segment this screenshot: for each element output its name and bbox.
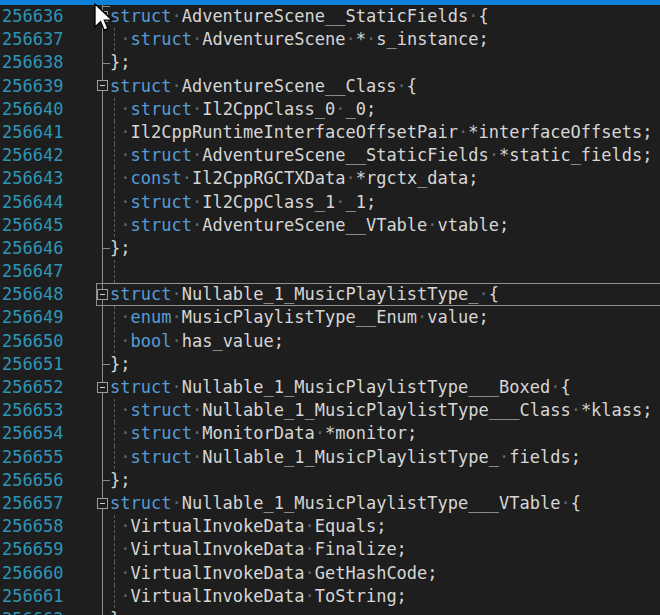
fold-margin-cell: [96, 306, 110, 329]
line-number[interactable]: 256651: [0, 353, 96, 376]
whitespace-dot: ·: [345, 168, 355, 188]
identifier-token: Finalize;: [315, 539, 407, 559]
code-line[interactable]: 256640 ·struct·Il2CppClass_0·_0;: [0, 98, 660, 121]
code-line[interactable]: 256646};: [0, 237, 660, 260]
fold-collapse-icon[interactable]: [97, 498, 108, 509]
line-number[interactable]: 256650: [0, 330, 96, 353]
line-number[interactable]: 256661: [0, 585, 96, 608]
whitespace-dot: ·: [110, 99, 130, 119]
line-number[interactable]: 256644: [0, 191, 96, 214]
keyword-token: enum: [130, 307, 171, 327]
line-number[interactable]: 256642: [0, 144, 96, 167]
code-line[interactable]: 256639struct·AdventureScene__Class·{: [0, 75, 660, 98]
code-editor[interactable]: 256636struct·AdventureScene__StaticField…: [0, 0, 660, 615]
whitespace-dot: ·: [345, 29, 355, 49]
whitespace-dot: ·: [458, 122, 468, 142]
code-line[interactable]: 256643 ·const·Il2CppRGCTXData·*rgctx_dat…: [0, 167, 660, 190]
line-number[interactable]: 256649: [0, 306, 96, 329]
line-number[interactable]: 256654: [0, 422, 96, 445]
code-text: };: [110, 51, 660, 74]
code-line[interactable]: 256642 ·struct·AdventureScene__StaticFie…: [0, 144, 660, 167]
whitespace-dot: ·: [192, 215, 202, 235]
keyword-token: struct: [110, 377, 171, 397]
line-number[interactable]: 256641: [0, 121, 96, 144]
identifier-token: VirtualInvokeData: [130, 516, 304, 536]
line-number[interactable]: 256643: [0, 167, 96, 190]
whitespace-dot: ·: [335, 192, 345, 212]
line-number[interactable]: 256646: [0, 237, 96, 260]
identifier-token: *: [356, 29, 366, 49]
line-number[interactable]: 256636: [0, 5, 96, 28]
identifier-token: VirtualInvokeData: [130, 586, 304, 606]
code-line[interactable]: 256641 ·Il2CppRuntimeInterfaceOffsetPair…: [0, 121, 660, 144]
keyword-token: struct: [110, 6, 171, 26]
identifier-token: };: [110, 354, 130, 374]
code-line[interactable]: 256648struct·Nullable_1_MusicPlaylistTyp…: [0, 283, 660, 306]
line-number[interactable]: 256655: [0, 446, 96, 469]
identifier-token: _1;: [345, 192, 376, 212]
line-number[interactable]: 256645: [0, 214, 96, 237]
code-line[interactable]: 256661 ·VirtualInvokeData·ToString;: [0, 585, 660, 608]
keyword-token: struct: [130, 99, 191, 119]
fold-margin-cell: [96, 51, 110, 74]
keyword-token: struct: [130, 400, 191, 420]
identifier-token: {: [479, 6, 489, 26]
fold-margin-cell: [96, 260, 110, 283]
whitespace-dot: ·: [192, 423, 202, 443]
whitespace-dot: ·: [397, 76, 407, 96]
identifier-token: };: [110, 238, 130, 258]
line-number[interactable]: 256657: [0, 492, 96, 515]
line-number[interactable]: 256647: [0, 260, 96, 283]
code-line[interactable]: 256659 ·VirtualInvokeData·Finalize;: [0, 538, 660, 561]
line-number[interactable]: 256659: [0, 538, 96, 561]
fold-collapse-icon[interactable]: [97, 289, 108, 300]
fold-margin-cell: [96, 608, 110, 615]
whitespace-dot: ·: [192, 447, 202, 467]
code-line[interactable]: 256653 ·struct·Nullable_1_MusicPlaylistT…: [0, 399, 660, 422]
line-number[interactable]: 256652: [0, 376, 96, 399]
line-number[interactable]: 256637: [0, 28, 96, 51]
identifier-token: Nullable_1_MusicPlaylistType___Class: [202, 400, 570, 420]
whitespace-dot: ·: [110, 447, 130, 467]
line-number[interactable]: 256662: [0, 608, 96, 615]
code-text: struct·Nullable_1_MusicPlaylistType_·{: [110, 283, 660, 306]
keyword-token: struct: [130, 447, 191, 467]
fold-collapse-icon[interactable]: [97, 382, 108, 393]
identifier-token: {: [489, 284, 499, 304]
whitespace-dot: ·: [110, 563, 130, 583]
line-number[interactable]: 256656: [0, 469, 96, 492]
line-number[interactable]: 256653: [0, 399, 96, 422]
line-number[interactable]: 256660: [0, 562, 96, 585]
line-number[interactable]: 256640: [0, 98, 96, 121]
whitespace-dot: ·: [110, 307, 130, 327]
code-line[interactable]: 256656};: [0, 469, 660, 492]
code-line[interactable]: 256650 ·bool·has_value;: [0, 330, 660, 353]
fold-collapse-icon[interactable]: [97, 80, 108, 91]
code-line[interactable]: 256645 ·struct·AdventureScene__VTable·vt…: [0, 214, 660, 237]
code-line[interactable]: 256651};: [0, 353, 660, 376]
whitespace-dot: ·: [192, 145, 202, 165]
line-number[interactable]: 256648: [0, 283, 96, 306]
code-line[interactable]: 256654 ·struct·MonitorData·*monitor;: [0, 422, 660, 445]
code-line[interactable]: 256649 ·enum·MusicPlaylistType__Enum·val…: [0, 306, 660, 329]
whitespace-dot: ·: [304, 516, 314, 536]
code-text: ·struct·Nullable_1_MusicPlaylistType___C…: [110, 399, 660, 422]
code-line[interactable]: 256652struct·Nullable_1_MusicPlaylistTyp…: [0, 376, 660, 399]
code-line[interactable]: 256644 ·struct·Il2CppClass_1·_1;: [0, 191, 660, 214]
line-number[interactable]: 256638: [0, 51, 96, 74]
code-line[interactable]: 256660 ·VirtualInvokeData·GetHashCode;: [0, 562, 660, 585]
identifier-token: AdventureScene: [202, 29, 345, 49]
code-line[interactable]: 256638};: [0, 51, 660, 74]
code-lines[interactable]: 256636struct·AdventureScene__StaticField…: [0, 5, 660, 615]
identifier-token: Nullable_1_MusicPlaylistType___Boxed: [182, 377, 550, 397]
whitespace-dot: ·: [427, 215, 437, 235]
line-number[interactable]: 256639: [0, 75, 96, 98]
keyword-token: bool: [130, 331, 171, 351]
code-line[interactable]: 256658 ·VirtualInvokeData·Equals;: [0, 515, 660, 538]
line-number[interactable]: 256658: [0, 515, 96, 538]
code-line[interactable]: 256657struct·Nullable_1_MusicPlaylistTyp…: [0, 492, 660, 515]
code-line[interactable]: 256662};: [0, 608, 660, 615]
identifier-token: VirtualInvokeData: [130, 539, 304, 559]
code-line[interactable]: 256655 ·struct·Nullable_1_MusicPlaylistT…: [0, 446, 660, 469]
code-line[interactable]: 256647: [0, 260, 660, 283]
